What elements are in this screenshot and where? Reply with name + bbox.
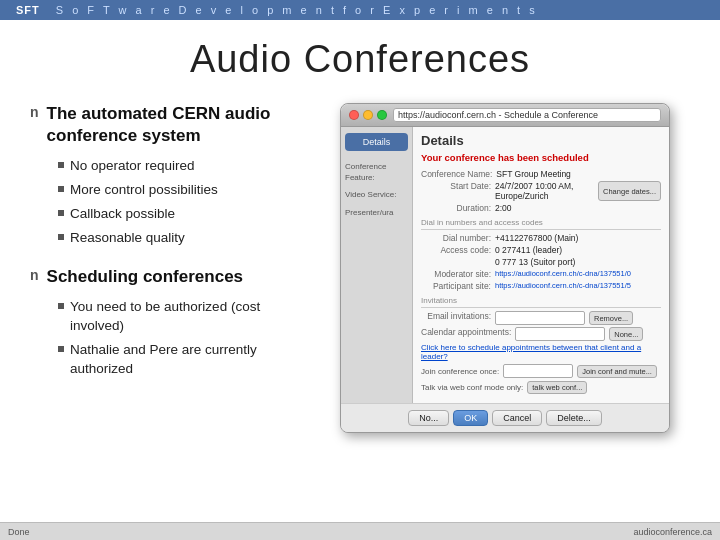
dial-section-label: Dial in numbers and access codes [421, 218, 661, 230]
schedule-appointments-link[interactable]: Click here to schedule appointments betw… [421, 343, 661, 361]
web-conf-label: Talk via web conf mode only: [421, 383, 523, 392]
dialog-body: Details Conference Feature: Video Servic… [341, 127, 669, 403]
web-conf-button[interactable]: talk web conf... [527, 381, 587, 394]
field-access-code: Access code: 0 277411 (leader) [421, 245, 661, 255]
square-bullet [58, 346, 64, 352]
titlebar-url: https://audioconf.cern.ch - Schedule a C… [393, 108, 661, 122]
ok-button[interactable]: OK [453, 410, 488, 426]
field-suitor: 0 777 13 (Suitor port) [421, 257, 661, 267]
calendar-appointments-row: Calendar appointments: None... [421, 327, 661, 341]
calendar-input[interactable] [515, 327, 605, 341]
email-btn[interactable]: Remove... [589, 311, 633, 325]
section2-title: Scheduling conferences [47, 266, 244, 288]
page-title-area: Audio Conferences [0, 20, 720, 103]
main-content: n The automated CERN audio conference sy… [0, 103, 720, 433]
minimize-button[interactable] [363, 110, 373, 120]
square-bullet [58, 162, 64, 168]
maximize-button[interactable] [377, 110, 387, 120]
section2-bullet: n [30, 267, 39, 283]
right-column: https://audioconf.cern.ch - Schedule a C… [340, 103, 690, 433]
list-item: You need to be authorized (cost involved… [58, 298, 310, 336]
scheduled-message: Your conference has been scheduled [421, 152, 661, 163]
list-item: More control possibilities [58, 181, 310, 200]
dialog-main: Details Your conference has been schedul… [413, 127, 669, 403]
launch-link-row: Click here to schedule appointments betw… [421, 343, 661, 361]
list-item: Nathalie and Pere are currently authoriz… [58, 341, 310, 379]
email-invitations-row: Email invitations: Remove... [421, 311, 661, 325]
field-start-date: Start Date: 24/7/2007 10:00 AM, Europe/Z… [421, 181, 661, 201]
bottom-bar: Done audioconference.ca [0, 522, 720, 540]
join-conf-label: Join conference once: [421, 367, 499, 376]
calendar-btn[interactable]: None... [609, 327, 643, 341]
field-conference-name: Conference Name: SFT Group Meeting [421, 169, 661, 179]
section2-heading: n Scheduling conferences [30, 266, 310, 288]
left-column: n The automated CERN audio conference sy… [30, 103, 310, 433]
join-conf-button[interactable]: Join conf and mute... [577, 365, 657, 378]
square-bullet [58, 186, 64, 192]
section2-list: You need to be authorized (cost involved… [30, 298, 310, 379]
header-tagline: S o F T w a r e D e v e l o p m e n t f … [56, 4, 538, 16]
bottom-bar-left: Done [8, 527, 30, 537]
details-button[interactable]: Details [345, 133, 408, 151]
sft-label: SFT [16, 4, 40, 16]
square-bullet [58, 303, 64, 309]
traffic-lights [349, 110, 387, 120]
dialog-sidebar: Details Conference Feature: Video Servic… [341, 127, 413, 403]
section1-title: The automated CERN audio conference syst… [47, 103, 310, 147]
bottom-bar-right: audioconference.ca [633, 527, 712, 537]
email-input[interactable] [495, 311, 585, 325]
list-item: Callback possible [58, 205, 310, 224]
field-dial-number: Dial number: +41122767800 (Main) [421, 233, 661, 243]
details-title: Details [421, 133, 661, 148]
join-conf-input[interactable] [503, 364, 573, 378]
dialog-titlebar: https://audioconf.cern.ch - Schedule a C… [341, 104, 669, 127]
web-conf-row: Talk via web conf mode only: talk web co… [421, 381, 661, 394]
square-bullet [58, 234, 64, 240]
section1-heading: n The automated CERN audio conference sy… [30, 103, 310, 147]
list-item: Reasonable quality [58, 229, 310, 248]
close-button[interactable] [349, 110, 359, 120]
square-bullet [58, 210, 64, 216]
no-button[interactable]: No... [408, 410, 449, 426]
invitations-section-label: Invitations [421, 296, 661, 308]
list-item: No operator required [58, 157, 310, 176]
page-title: Audio Conferences [0, 38, 720, 81]
join-conf-row: Join conference once: Join conf and mute… [421, 364, 661, 378]
video-service-label: Video Service: [345, 189, 408, 200]
header-bar: SFT S o F T w a r e D e v e l o p m e n … [0, 0, 720, 20]
dialog-bottom-buttons: No... OK Cancel Delete... [341, 403, 669, 432]
section1-list: No operator required More control possib… [30, 157, 310, 248]
presenter-label: Presenter/ura [345, 207, 408, 218]
field-duration: Duration: 2:00 [421, 203, 661, 213]
cancel-button[interactable]: Cancel [492, 410, 542, 426]
field-participant: Participant site: https://audioconf.cern… [421, 281, 661, 291]
change-date-button[interactable]: Change dates... [598, 181, 661, 201]
dialog-window: https://audioconf.cern.ch - Schedule a C… [340, 103, 670, 433]
section1-bullet: n [30, 104, 39, 120]
conference-feature-label: Conference Feature: [345, 161, 408, 183]
field-moderator: Moderator site: https://audioconf.cern.c… [421, 269, 661, 279]
delete-button[interactable]: Delete... [546, 410, 602, 426]
